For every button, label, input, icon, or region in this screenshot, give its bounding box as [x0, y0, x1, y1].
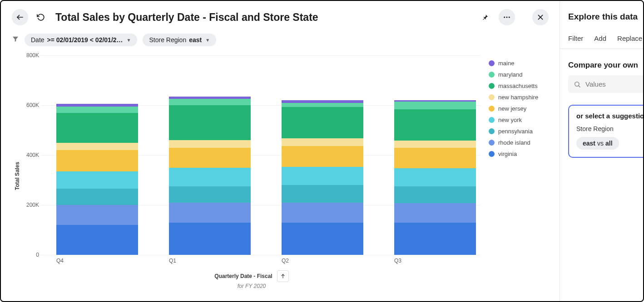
legend-item[interactable]: virginia: [489, 151, 549, 157]
sort-ascending-button[interactable]: [277, 270, 289, 282]
legend-item[interactable]: new jersey: [489, 105, 549, 112]
bar-segment: [56, 107, 138, 113]
filter-pill-region[interactable]: Store Region east ▼: [143, 34, 216, 46]
filter-region-field: Store Region: [149, 36, 186, 44]
close-icon: [537, 14, 544, 21]
bar-segment: [282, 146, 363, 167]
bar-q3[interactable]: [394, 100, 476, 255]
legend-label: rhode island: [498, 139, 530, 146]
bar-segment: [56, 143, 138, 151]
suggestion-card: or select a suggestion Store Region east…: [568, 105, 644, 158]
y-tick-label: 400K: [23, 152, 39, 158]
legend-label: massachusetts: [498, 83, 538, 89]
x-tick-label: Q4: [56, 255, 138, 264]
legend-label: virginia: [498, 151, 517, 157]
legend-label: new york: [498, 117, 522, 123]
y-tick-label: 200K: [23, 202, 39, 208]
search-icon: [574, 81, 581, 88]
bar-segment: [169, 148, 251, 168]
undo-icon: [37, 13, 45, 21]
legend-item[interactable]: maine: [489, 60, 549, 67]
x-tick-label: Q1: [169, 255, 251, 264]
tab-filter[interactable]: Filter: [568, 31, 583, 49]
svg-point-2: [506, 17, 508, 18]
bar-segment: [394, 168, 476, 186]
filter-region-value: east: [189, 36, 202, 44]
pin-icon: [481, 14, 489, 21]
bar-segment: [394, 109, 476, 141]
undo-button[interactable]: [33, 9, 49, 25]
compare-search-box[interactable]: [568, 75, 644, 93]
svg-line-8: [579, 86, 580, 87]
bar-q4[interactable]: [56, 104, 138, 255]
bar-q1[interactable]: [169, 97, 251, 255]
bar-segment: [282, 107, 363, 138]
arrow-up-icon: [280, 273, 286, 279]
bar-segment: [282, 103, 363, 107]
bar-segment: [394, 102, 476, 109]
legend-swatch: [489, 106, 495, 112]
dots-icon: [503, 13, 511, 21]
svg-point-3: [509, 17, 510, 18]
legend-swatch: [489, 72, 495, 78]
suggestion-title: or select a suggestion: [576, 112, 644, 120]
bar-segment: [56, 171, 138, 189]
suggestion-lhs: east: [583, 140, 595, 147]
chevron-down-icon: ▼: [205, 38, 210, 43]
legend-item[interactable]: rhode island: [489, 139, 549, 146]
chart-legend: mainemarylandmassachusettsnew hampshiren…: [481, 55, 549, 297]
suggestion-pill[interactable]: east vs all: [576, 137, 619, 150]
legend-item[interactable]: new hampshire: [489, 94, 549, 101]
bar-q2[interactable]: [282, 100, 363, 255]
suggestion-vs: vs: [597, 140, 604, 147]
y-axis-label: Total Sales: [14, 162, 20, 190]
legend-swatch: [489, 60, 495, 66]
suggestion-rhs: all: [605, 140, 613, 147]
filter-icon: [12, 35, 19, 44]
side-panel-heading: Explore this data: [568, 12, 644, 22]
bar-segment: [282, 167, 363, 185]
filter-date-expr: >= 02/01/2019 < 02/01/2…: [47, 36, 123, 44]
bar-segment: [56, 225, 138, 255]
legend-item[interactable]: new york: [489, 117, 549, 123]
legend-swatch: [489, 140, 495, 146]
legend-swatch: [489, 151, 495, 157]
bar-segment: [56, 113, 138, 143]
filter-pill-date[interactable]: Date >= 02/01/2019 < 02/01/2… ▼: [25, 34, 137, 46]
bar-segment: [282, 223, 363, 255]
bar-segment: [56, 189, 138, 205]
bar-segment: [169, 168, 251, 186]
legend-label: pennsylvania: [498, 128, 533, 135]
gridline: [41, 255, 481, 255]
arrow-left-icon: [16, 13, 24, 21]
legend-item[interactable]: pennsylvania: [489, 128, 549, 135]
compare-search-input[interactable]: [585, 80, 644, 88]
legend-label: new hampshire: [498, 94, 538, 101]
suggestion-field-label: Store Region: [576, 125, 644, 132]
page-title: Total Sales by Quarterly Date - Fiscal a…: [55, 11, 472, 24]
y-tick-label: 600K: [23, 102, 39, 108]
legend-label: maryland: [498, 71, 522, 78]
x-axis-subtitle: for FY 2020: [23, 283, 481, 289]
legend-item[interactable]: massachusetts: [489, 83, 549, 89]
chart-plot-area: 0200K400K600K800K: [23, 55, 481, 255]
legend-item[interactable]: maryland: [489, 71, 549, 78]
back-button[interactable]: [12, 9, 28, 25]
tab-replace[interactable]: Replace: [617, 31, 642, 49]
bar-segment: [282, 138, 363, 146]
tab-add[interactable]: Add: [594, 31, 606, 49]
legend-swatch: [489, 94, 495, 100]
y-tick-label: 0: [23, 252, 39, 258]
bar-segment: [169, 99, 251, 105]
more-button[interactable]: [499, 9, 515, 25]
bar-segment: [169, 186, 251, 203]
pin-button[interactable]: [477, 9, 493, 25]
y-tick-label: 800K: [23, 52, 39, 58]
legend-swatch: [489, 83, 495, 89]
close-panel-button[interactable]: [532, 9, 549, 25]
x-tick-label: Q3: [394, 255, 476, 264]
legend-label: new jersey: [498, 105, 526, 112]
legend-swatch: [489, 128, 495, 134]
bar-segment: [282, 203, 363, 223]
bar-segment: [394, 148, 476, 168]
